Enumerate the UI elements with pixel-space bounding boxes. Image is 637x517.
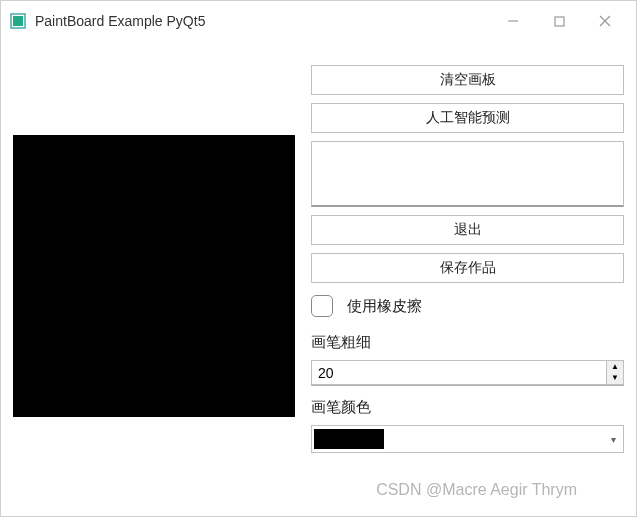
minimize-button[interactable]	[490, 1, 536, 41]
eraser-row: 使用橡皮擦	[311, 291, 624, 321]
main-window: PaintBoard Example PyQt5 清空画板 人工智能预测 退出 …	[0, 0, 637, 517]
result-display	[311, 141, 624, 207]
color-combobox[interactable]: ▾	[311, 425, 624, 453]
app-icon	[9, 12, 27, 30]
eraser-checkbox[interactable]	[311, 295, 333, 317]
window-title: PaintBoard Example PyQt5	[35, 13, 205, 29]
close-button[interactable]	[582, 1, 628, 41]
content-area: 清空画板 人工智能预测 退出 保存作品 使用橡皮擦 画笔粗细 ▲ ▼ 画笔颜色	[1, 41, 636, 516]
paint-canvas[interactable]	[13, 135, 295, 417]
spin-down-icon[interactable]: ▼	[607, 373, 623, 385]
clear-button[interactable]: 清空画板	[311, 65, 624, 95]
titlebar: PaintBoard Example PyQt5	[1, 1, 636, 41]
controls-panel: 清空画板 人工智能预测 退出 保存作品 使用橡皮擦 画笔粗细 ▲ ▼ 画笔颜色	[311, 49, 624, 504]
save-button[interactable]: 保存作品	[311, 253, 624, 283]
color-label: 画笔颜色	[311, 398, 624, 417]
spin-up-icon[interactable]: ▲	[607, 361, 623, 373]
eraser-label: 使用橡皮擦	[347, 297, 422, 316]
thickness-label: 画笔粗细	[311, 333, 624, 352]
chevron-down-icon[interactable]: ▾	[605, 434, 621, 445]
color-swatch	[314, 429, 384, 449]
thickness-input[interactable]	[311, 360, 606, 385]
predict-button[interactable]: 人工智能预测	[311, 103, 624, 133]
window-controls	[490, 1, 628, 41]
svg-rect-3	[555, 17, 564, 26]
maximize-button[interactable]	[536, 1, 582, 41]
svg-rect-1	[13, 16, 23, 26]
thickness-spinbox[interactable]: ▲ ▼	[311, 360, 624, 386]
exit-button[interactable]: 退出	[311, 215, 624, 245]
